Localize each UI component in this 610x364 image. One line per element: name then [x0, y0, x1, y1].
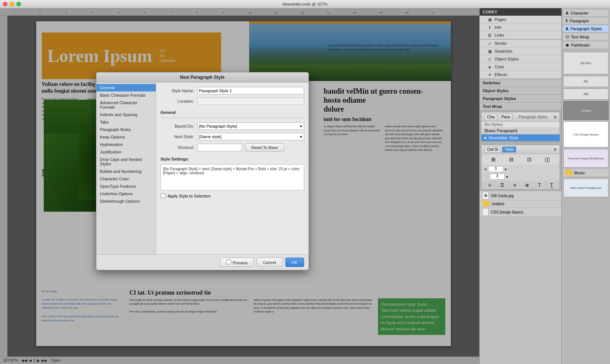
- css-design-file[interactable]: 📄 CSS Design Basics: [480, 208, 561, 217]
- table-panel-close[interactable]: ✕: [554, 147, 557, 152]
- paragraph-panel-item[interactable]: ¶ Paragraph: [563, 18, 609, 25]
- location-label: Location:: [161, 99, 194, 103]
- shortcut-label: Shortcut:: [161, 145, 194, 150]
- para-tab[interactable]: Para: [499, 113, 513, 120]
- table-tool-2[interactable]: ⊟: [509, 156, 514, 162]
- pages-icon: ▦: [487, 17, 492, 22]
- para-styles-panel-item[interactable]: A Paragraph Styles: [563, 25, 609, 32]
- para-style-newsletter[interactable]: ▶ Newsletter Style: [482, 134, 560, 141]
- apply-style-row: Apply Style to Selection: [161, 193, 304, 198]
- menu-item-basic-char[interactable]: Basic Character Formats: [96, 91, 156, 99]
- text-style-icon[interactable]: T̲: [550, 183, 553, 188]
- menu-item-indents[interactable]: Indents and Spacing: [96, 111, 156, 118]
- reset-to-base-button[interactable]: Reset To Base: [245, 143, 284, 152]
- music-folder-item[interactable]: Music: [563, 169, 609, 177]
- menu-item-strikethrough[interactable]: Strikethrough Options: [96, 197, 156, 205]
- untitled-preview: Untitled: [563, 101, 609, 120]
- paragraph-icon: ¶: [566, 19, 568, 23]
- links-item[interactable]: ⛓ Links: [480, 31, 561, 39]
- cell-styles-tab[interactable]: Cell St: [484, 146, 501, 153]
- style-name-label: Style Name:: [161, 88, 194, 93]
- table-tool-4[interactable]: ◫: [545, 156, 550, 162]
- file-thumbnail-3: NB: [563, 88, 609, 100]
- folder-icon: [483, 201, 489, 206]
- style-name-row: Style Name:: [161, 87, 304, 94]
- menu-item-opentype[interactable]: OpenType Features: [96, 183, 156, 190]
- color-icon: ◈: [487, 64, 492, 69]
- table-row-control: ≡ 3 ▾: [484, 166, 557, 172]
- table-rows-input[interactable]: 3: [488, 166, 503, 172]
- next-style-label: Next Style:: [161, 134, 194, 139]
- table-tool-3[interactable]: ⊡: [527, 156, 532, 162]
- menu-item-para-rules[interactable]: Paragraph Rules: [96, 126, 156, 133]
- style-name-input[interactable]: [197, 87, 304, 94]
- text-wrap-panel-item[interactable]: ⊡ Text Wrap: [563, 33, 609, 41]
- thumbnail-area: els.doc Re NB Untitled CSS Design Basics: [562, 50, 610, 199]
- menu-item-char-color[interactable]: Character Color: [96, 175, 156, 183]
- music-folder-icon: [566, 170, 572, 175]
- untitled-folder[interactable]: Untitled: [480, 200, 561, 208]
- image-file-icon: 🖼: [483, 192, 489, 199]
- pathfinder-panel-item[interactable]: ◉ Pathfinder: [563, 41, 609, 49]
- object-styles-item[interactable]: ◻ Object Styles: [480, 55, 561, 63]
- menu-item-keep[interactable]: Keep Options: [96, 133, 156, 141]
- align-right-icon[interactable]: ≡: [514, 183, 516, 188]
- text-wrap-header: Text Wrap: [480, 103, 561, 111]
- preview-checkbox[interactable]: [226, 259, 231, 264]
- based-on-row: Based On: [No Paragraph Style] ▾: [161, 122, 304, 130]
- character-panel-item[interactable]: A Character: [563, 10, 609, 17]
- gift-cards-file[interactable]: 🖼 Gift Cards.jpg: [480, 191, 561, 200]
- menu-item-drop-caps[interactable]: Drop Caps and Nested Styles: [96, 156, 156, 168]
- right-panel: COREY ▦ Pages ℹ Info ⛓ Links: [479, 8, 561, 364]
- ok-button[interactable]: OK: [285, 258, 304, 267]
- stroke-icon: ▱: [487, 41, 492, 46]
- stroke-item[interactable]: ▱ Stroke: [480, 40, 561, 47]
- para-styles-close[interactable]: ✕: [554, 115, 557, 119]
- table-panel: Cell St Table ✕ ⊞ ⊟ ⊡ ◫ ≡ 3 ▾: [481, 145, 560, 190]
- menu-item-tabs[interactable]: Tabs: [96, 118, 156, 126]
- align-left-icon[interactable]: ≡: [488, 183, 491, 188]
- web-header-thumbnail: Web Header Template.psd: [563, 178, 609, 197]
- table-controls: ≡ 3 ▾ ⋮ 3 ▾: [482, 165, 560, 181]
- menu-item-underline[interactable]: Underline Options: [96, 190, 156, 197]
- file-thumbnail-1: els.doc: [563, 52, 609, 74]
- align-justify-icon[interactable]: ≣: [525, 183, 529, 188]
- align-center-icon[interactable]: ☰: [500, 183, 504, 188]
- table-cols-input[interactable]: 3: [490, 174, 505, 180]
- table-tab[interactable]: Table: [502, 146, 516, 153]
- text-size-icon[interactable]: T: [538, 183, 541, 188]
- menu-item-justification[interactable]: Justification: [96, 148, 156, 156]
- minimize-button[interactable]: [10, 2, 14, 6]
- close-button[interactable]: [3, 2, 7, 6]
- apply-style-checkbox[interactable]: [161, 193, 165, 198]
- menu-item-advanced-char[interactable]: Advanced Character Formats: [96, 99, 156, 111]
- para-styles-filter: [No Styles]: [482, 122, 560, 127]
- menu-item-hyphenation[interactable]: Hyphenation: [96, 141, 156, 148]
- cancel-button[interactable]: Cancel: [257, 258, 282, 267]
- window-title: Newsletter.indd @ 107%: [282, 2, 328, 6]
- based-on-select[interactable]: [No Paragraph Style] ▾: [197, 122, 304, 130]
- window-controls: [3, 2, 21, 6]
- para-style-basic[interactable]: [Basic Paragraph]: [482, 127, 560, 134]
- char-tab[interactable]: Cha: [484, 113, 497, 120]
- style-settings-label: Style Settings:: [161, 157, 304, 161]
- switches-header: Switches: [480, 79, 561, 87]
- effects-item[interactable]: ✦ Effects: [480, 71, 561, 79]
- pages-section: ▦ Pages ℹ Info ⛓ Links: [480, 16, 561, 40]
- shortcut-input[interactable]: [197, 144, 242, 151]
- next-style-select[interactable]: [Same style] ▾: [197, 133, 304, 140]
- effects-icon: ✦: [487, 72, 492, 77]
- menu-item-general[interactable]: General: [96, 84, 156, 91]
- info-item[interactable]: ℹ Info: [480, 24, 561, 31]
- menu-item-bullets[interactable]: Bullets and Numbering: [96, 168, 156, 175]
- table-tool-1[interactable]: ⊞: [491, 156, 496, 162]
- based-on-label: Based On:: [161, 124, 194, 128]
- preview-button[interactable]: Preview: [220, 258, 254, 267]
- pages-item[interactable]: ▦ Pages: [480, 16, 561, 24]
- table-tabs: Cell St Table: [484, 146, 516, 153]
- far-right-panel: A Character ¶ Paragraph A Paragraph Styl…: [561, 8, 610, 364]
- username: COREY: [483, 10, 497, 14]
- color-item[interactable]: ◈ Color: [480, 63, 561, 71]
- maximize-button[interactable]: [16, 2, 21, 6]
- swatches-item[interactable]: ▩ Swatches: [480, 47, 561, 55]
